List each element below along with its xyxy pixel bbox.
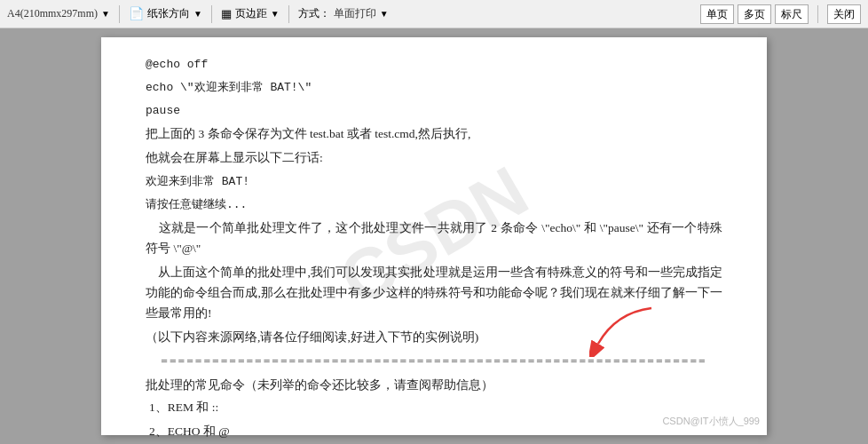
section-title-commands: 批处理的常见命令（未列举的命令还比较多，请查阅帮助信息） [146,376,722,396]
line-desc-1: 这就是一个简单批处理文件了，这个批处理文件一共就用了 2 条命令 \"echo\… [146,218,722,259]
list-item-1: 1、REM 和 :: [146,398,722,418]
bottom-watermark: CSDN@IT小愤人_999 [662,413,760,430]
margin-label: 页边距 [235,6,267,21]
multi-page-button[interactable]: 多页 [738,4,771,24]
document-page: CSDN @echo off echo \"欢迎来到非常 BAT!\" paus… [101,37,767,435]
ruler-button[interactable]: 标尺 [775,4,809,24]
page-area: CSDN @echo off echo \"欢迎来到非常 BAT!\" paus… [0,28,868,444]
single-page-button[interactable]: 单页 [700,4,734,24]
line-display-desc: 他就会在屏幕上显示以下二行话: [146,148,722,169]
paper-direction-group: 📄 纸张方向 ▼ [129,6,202,21]
line-save-desc: 把上面的 3 条命令保存为文件 test.bat 或者 test.cmd,然后执… [146,124,722,145]
close-button[interactable]: 关闭 [827,4,861,24]
line-welcome-output: 欢迎来到非常 BAT! [146,172,722,192]
top-toolbar: A4(210mmx297mm) ▼ 📄 纸张方向 ▼ ▦ 页边距 ▼ 方式： 单… [0,0,868,28]
paper-icon: 📄 [129,6,144,21]
page-size-label: A4(210mmx297mm) [7,7,98,20]
page-size-arrow: ▼ [101,9,110,19]
paper-direction-label: 纸张方向 [147,6,190,21]
line-press-key: 请按任意键继续... [146,195,722,215]
divider-2 [211,5,212,23]
method-group: 方式： 单面打印 ▼ [298,6,389,21]
margin-arrow: ▼ [271,9,280,19]
method-arrow: ▼ [380,9,389,19]
doc-content: @echo off echo \"欢迎来到非常 BAT!\" pause 把上面… [146,55,722,444]
arrow-annotation [589,304,660,364]
line-echo-welcome: echo \"欢迎来到非常 BAT!\" [146,78,722,98]
page-size-group: A4(210mmx297mm) ▼ [7,7,110,20]
line-pause-1: pause [146,101,722,121]
divider-3 [288,5,289,23]
divider-1 [119,5,120,23]
divider-4 [817,5,818,23]
margin-group: ▦ 页边距 ▼ [221,6,280,21]
view-options-group: 单页 多页 标尺 [700,4,809,24]
list-item-2: 2、ECHO 和 @ [146,422,722,442]
method-label: 方式： [298,6,330,21]
line-echo-off: @echo off [146,55,722,75]
print-method-value: 单面打印 [334,6,376,21]
margin-icon: ▦ [221,7,232,21]
paper-direction-arrow: ▼ [193,9,202,19]
